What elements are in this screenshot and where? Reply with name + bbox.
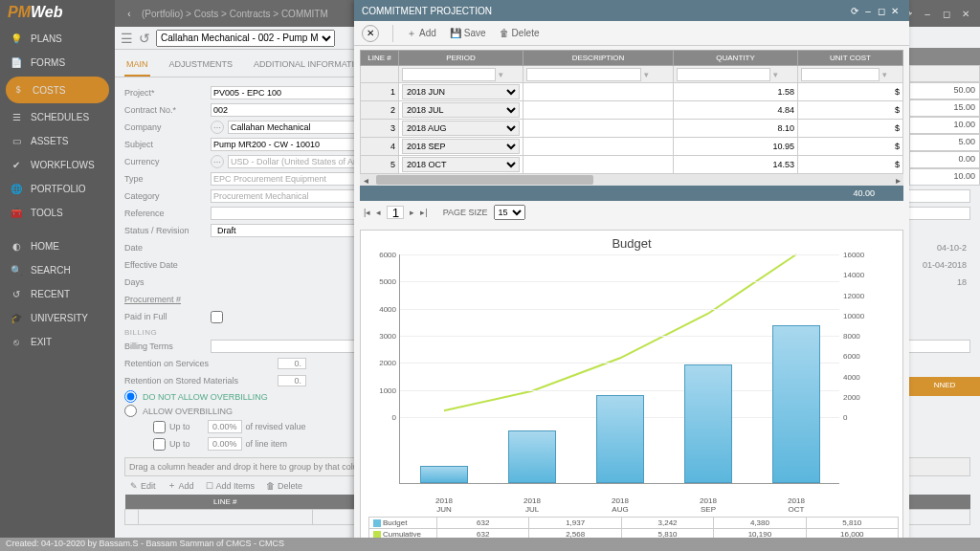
filter-icon[interactable]: ▾	[644, 70, 649, 79]
cell-cost[interactable]: $	[798, 120, 903, 138]
modal-add-button[interactable]: ＋Add	[407, 27, 436, 40]
cell-desc[interactable]	[523, 120, 674, 138]
modal-delete-button[interactable]: 🗑Delete	[500, 28, 540, 38]
close-icon[interactable]: ✕	[959, 7, 972, 20]
filter-desc[interactable]	[526, 68, 641, 81]
modal-minimize-icon[interactable]: –	[861, 6, 875, 16]
tab-adjustments[interactable]: ADJUSTMENTS	[167, 55, 235, 77]
scroll-thumb[interactable]	[376, 175, 593, 185]
table-row[interactable]: 12018 JUN1.58$	[361, 83, 903, 101]
nav-icon: ＄	[11, 83, 25, 97]
cell-period[interactable]: 2018 OCT	[399, 156, 523, 174]
scroll-left-icon[interactable]: ◂	[360, 174, 371, 186]
record-selector[interactable]: Callahan Mechanical - 002 - Pump M	[156, 30, 335, 47]
sidebar-item-search[interactable]: 🔍SEARCH	[0, 258, 115, 282]
cell-cost[interactable]: $	[798, 83, 903, 101]
maximize-icon[interactable]: ◻	[940, 7, 953, 20]
sidebar-item-exit[interactable]: ⎋EXIT	[0, 330, 115, 354]
cell-period[interactable]: 2018 JUL	[399, 101, 523, 120]
sidebar-item-forms[interactable]: 📄FORMS	[0, 51, 115, 75]
tab-main[interactable]: MAIN	[124, 55, 150, 77]
page-last-icon[interactable]: ▸|	[420, 208, 427, 217]
cell-qty[interactable]: 14.53	[674, 156, 798, 174]
cell-cost[interactable]: $	[798, 138, 903, 156]
mcol-period[interactable]: PERIOD	[399, 51, 523, 66]
cell-qty[interactable]: 8.10	[674, 120, 798, 138]
mcol-cost[interactable]: UNIT COST	[798, 51, 903, 66]
grid-hscroll[interactable]: ◂ ▸	[360, 174, 903, 186]
minimize-icon[interactable]: –	[921, 7, 934, 20]
cell-period[interactable]: 2018 SEP	[399, 138, 523, 156]
sidebar-item-assets[interactable]: ▭ASSETS	[0, 129, 115, 153]
mcol-qty[interactable]: QUANTITY	[674, 51, 798, 66]
app-logo: PMWeb	[0, 0, 115, 27]
page-size-select[interactable]: 15	[494, 205, 525, 220]
cell-qty[interactable]: 10.95	[674, 138, 798, 156]
grid-add-button[interactable]: ＋ Add	[167, 479, 194, 492]
page-number[interactable]	[387, 206, 404, 219]
filter-icon[interactable]: ▾	[773, 70, 778, 79]
sidebar-item-schedules[interactable]: ☰SCHEDULES	[0, 105, 115, 129]
cell-period[interactable]: 2018 JUN	[399, 83, 523, 101]
filter-icon[interactable]: ▾	[499, 70, 503, 79]
cell-qty[interactable]: 4.84	[674, 101, 798, 120]
table-row[interactable]: 52018 OCT14.53$	[361, 156, 903, 174]
cell-cost[interactable]: $	[798, 101, 903, 120]
sidebar-item-workflows[interactable]: ✔WORKFLOWS	[0, 153, 115, 177]
table-row[interactable]: 32018 AUG8.10$	[361, 120, 903, 138]
table-row[interactable]: 22018 JUL4.84$	[361, 101, 903, 120]
cell-desc[interactable]	[523, 156, 674, 174]
lookup-currency-icon[interactable]: ⋯	[211, 155, 224, 168]
filter-qty[interactable]	[677, 68, 770, 81]
col-line[interactable]: LINE #	[139, 495, 313, 510]
table-row[interactable]: 42018 SEP10.95$	[361, 138, 903, 156]
sidebar-item-home[interactable]: ◐HOME	[0, 234, 115, 258]
sidebar-item-tools[interactable]: 🧰TOOLS	[0, 201, 115, 225]
cell-desc[interactable]	[523, 138, 674, 156]
lbl-project: Project*	[124, 88, 211, 98]
modal-dismiss-icon[interactable]: ✕	[362, 25, 379, 42]
grid-delete-button[interactable]: 🗑 Delete	[266, 479, 302, 492]
filter-period[interactable]	[402, 68, 496, 81]
right-planned-head[interactable]: NNED	[909, 377, 980, 396]
sidebar-item-portfolio[interactable]: 🌐PORTFOLIO	[0, 177, 115, 201]
sidebar-item-recent[interactable]: ↺RECENT	[0, 282, 115, 306]
filter-cost[interactable]	[801, 68, 880, 81]
cell-desc[interactable]	[523, 101, 674, 120]
scroll-right-icon[interactable]: ▸	[892, 174, 903, 186]
filter-icon[interactable]: ▾	[882, 70, 887, 79]
rb-allow-overbill[interactable]	[124, 405, 137, 417]
sidebar-item-plans[interactable]: 💡PLANS	[0, 27, 115, 51]
modal-save-button[interactable]: 💾Save	[450, 28, 486, 38]
cell-qty[interactable]: 1.58	[674, 83, 798, 101]
cell-desc[interactable]	[523, 83, 674, 101]
rb-no-overbill[interactable]	[124, 390, 137, 403]
page-next-icon[interactable]: ▸	[410, 208, 414, 217]
chk-upto2[interactable]	[153, 438, 166, 451]
lbl-subject: Subject	[124, 140, 211, 149]
back-icon[interactable]: ‹	[122, 7, 136, 20]
lbl-ret-svc: Retention on Services	[124, 359, 278, 368]
lookup-company-icon[interactable]: ⋯	[211, 121, 224, 134]
grid-additems-button[interactable]: ☐ Add Items	[206, 479, 256, 492]
mcol-line[interactable]: LINE #	[361, 51, 399, 66]
chk-paid[interactable]	[211, 311, 223, 323]
grid-edit-button[interactable]: ✎ Edit	[130, 479, 156, 492]
cell-cost[interactable]: $	[798, 156, 903, 174]
modal-maximize-icon[interactable]: ◻	[875, 6, 888, 16]
page-first-icon[interactable]: |◂	[364, 208, 370, 217]
list-icon[interactable]: ☰	[121, 31, 133, 46]
sidebar-item-university[interactable]: 🎓UNIVERSITY	[0, 306, 115, 330]
sidebar-item-costs[interactable]: ＄COSTS	[6, 77, 109, 103]
grid-sum: 40.00	[360, 186, 903, 201]
modal-refresh-icon[interactable]: ⟳	[848, 6, 861, 16]
nav-icon: ↺	[10, 289, 23, 299]
chk-upto1[interactable]	[153, 421, 166, 433]
mcol-desc[interactable]: DESCRIPTION	[523, 51, 674, 66]
history-icon[interactable]: ↺	[139, 31, 150, 46]
cell-period[interactable]: 2018 AUG	[399, 120, 523, 138]
page-prev-icon[interactable]: ◂	[376, 208, 381, 217]
breadcrumb[interactable]: (Portfolio) > Costs > Contracts > COMMIT…	[142, 9, 328, 19]
tab-additional[interactable]: ADDITIONAL INFORMATIO	[252, 55, 363, 77]
modal-close-icon[interactable]: ✕	[888, 6, 902, 16]
